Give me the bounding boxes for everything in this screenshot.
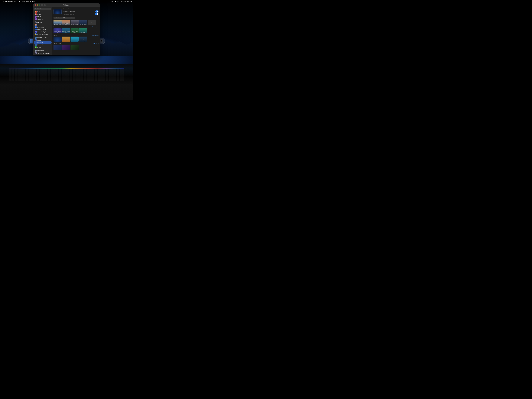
sidebar-item-screensaver[interactable]: ✦ Screen Saver <box>34 44 51 46</box>
add-folder-button[interactable]: Add Folder or Album <box>62 17 75 19</box>
section-earth: Earth Show All (22) Middle East ↓ North … <box>53 35 98 42</box>
nav-forward-button[interactable]: › <box>44 4 46 6</box>
sidebar-label-focus: Focus <box>37 16 41 17</box>
sidebar-label-sound: Sound <box>37 13 41 15</box>
menubar-edit[interactable]: Edit <box>18 0 20 2</box>
privacy-icon: 🔒 <box>35 33 37 35</box>
sidebar-item-displays[interactable]: ⬛ Displays <box>34 39 51 41</box>
menubar-right: 94% ▲ 🔍 Sat 11 Nov 10:08 PM <box>111 0 132 2</box>
thumb-caribbean[interactable]: Caribbean ↓ <box>70 37 79 42</box>
sidebar-item-wallpaper[interactable]: 🖼 Wallpaper <box>34 41 51 44</box>
section-header-shuffle: Shuffle Aerials Show All (2) <box>53 43 98 44</box>
accessibility-icon: ♿ <box>35 26 37 28</box>
menubar-search-icon[interactable]: 🔍 <box>117 0 119 2</box>
add-buttons-row: + Add Photo Add Folder or Album <box>53 17 98 19</box>
allspaces-toggle-label: Show on all Spaces <box>63 13 74 15</box>
screen-area: System Settings File Edit View Window He… <box>0 0 133 68</box>
thumb-london[interactable]: London Evening <box>70 20 79 25</box>
wallpaper-info: Middle East Show as screen saver Show on… <box>63 8 98 16</box>
wallpaper-selected-preview[interactable] <box>53 9 62 14</box>
traffic-lights <box>35 4 40 6</box>
main-content: Middle East Show as screen saver Show on… <box>52 7 100 55</box>
siri-icon: ◎ <box>35 31 37 33</box>
earth-grid: Middle East ↓ North Africa ↓ Caribbean ↓ <box>53 37 98 42</box>
keyboard-colorbar <box>9 68 124 69</box>
appearance-icon: 🎨 <box>35 24 37 26</box>
thumb-antarctica[interactable]: Antarctica's Southern Lights ↓ <box>79 37 87 42</box>
wallpaper-selected-name: Middle East <box>63 8 98 10</box>
keyboard-keys <box>9 68 124 81</box>
close-button[interactable] <box>35 4 36 6</box>
sidebar-item-sound[interactable]: 🔊 Sound <box>34 13 51 16</box>
sidebar-item-notifications[interactable]: 🔔 Notifications <box>34 11 51 13</box>
minimize-button[interactable] <box>37 4 38 6</box>
thumb-la[interactable]: Los Angeles Flyover ↓ <box>62 20 70 25</box>
thumb-antarctica-label: Antarctica's Southern Lights ↓ <box>79 39 87 41</box>
menubar-left: System Settings File Edit View Window He… <box>1 0 111 2</box>
thumb-kelp[interactable]: California Kelp Forest ↓ <box>70 28 79 33</box>
menubar-window[interactable]: Window <box>26 0 31 2</box>
section-header-underwater: Underwater Show All (21) <box>53 26 98 28</box>
section-title-shuffle: Shuffle Aerials <box>53 43 62 44</box>
window-titlebar: ‹ › Wallpaper <box>33 3 100 7</box>
thumb-more[interactable]: ··· <box>88 20 96 25</box>
sidebar-item-control[interactable]: ⊞ Control Centre <box>34 28 51 31</box>
sidebar-label-touchid: Touch ID & Password <box>37 52 50 54</box>
thumb-dolphin[interactable]: California Dolphin Pod ↓ <box>62 28 70 33</box>
thumb-shuffle2-image <box>62 45 70 50</box>
sidebar-item-focus[interactable]: 🌙 Focus <box>34 15 51 18</box>
menubar-file[interactable]: File <box>14 0 17 2</box>
thumb-tahoe[interactable]: Tahiti Coast ↓ <box>79 28 87 33</box>
screentime-icon: ⏱ <box>35 18 37 20</box>
section-title-earth: Earth <box>53 35 57 36</box>
sidebar-label-control: Control Centre <box>37 29 46 30</box>
menubar-app-name[interactable]: System Settings <box>3 0 13 2</box>
thumb-northafrica[interactable]: North Africa ↓ <box>62 37 70 42</box>
wallpaper-header: Middle East Show as screen saver Show on… <box>53 8 98 16</box>
settings-window: ‹ › Wallpaper 🔍 Search 🔔 Notifications 🔊 <box>33 3 100 55</box>
sidebar-item-accessibility[interactable]: ♿ Accessibility <box>34 26 51 28</box>
add-photo-button[interactable]: + Add Photo <box>53 17 62 19</box>
thumb-dubai[interactable]: Dubai Skyline ↓ <box>53 20 62 25</box>
sidebar-item-siri[interactable]: ◎ Siri & Spotlight <box>34 31 51 33</box>
sidebar-label-siri: Siri & Spotlight <box>37 31 46 33</box>
thumb-caribbean-label: Caribbean ↓ <box>70 40 79 41</box>
screensaver-toggle[interactable] <box>95 11 98 12</box>
sidebar-item-screentime[interactable]: ⏱ Screen Time <box>34 18 51 20</box>
sidebar-item-lockscreen[interactable]: 🔒 Lock Screen <box>34 49 51 52</box>
sidebar-item-general[interactable]: ⚙ General <box>34 21 51 24</box>
show-all-underwater[interactable]: Show All (21) <box>92 26 98 28</box>
sidebar-item-touchid[interactable]: ◉ Touch ID & Password <box>34 52 51 54</box>
desktop-icon: 🖥 <box>35 37 37 39</box>
sidebar-item-privacy[interactable]: 🔒 Privacy & Security <box>34 33 51 36</box>
thumb-middleeast[interactable]: Middle East ↓ <box>53 37 62 42</box>
maximize-button[interactable] <box>38 4 40 6</box>
sidebar-item-desktop[interactable]: 🖥 Desktop & Dock <box>34 37 51 39</box>
thumb-tahoe-label: Tahiti Coast ↓ <box>79 32 87 33</box>
trash-icon: 🗑 <box>99 39 103 43</box>
sidebar-item-appearance[interactable]: 🎨 Appearance <box>34 24 51 26</box>
menubar-help[interactable]: Help <box>32 0 35 2</box>
allspaces-toggle[interactable] <box>95 13 98 15</box>
sidebar-item-battery[interactable]: 🔋 Battery <box>34 46 51 49</box>
window-title: Wallpaper <box>63 4 70 6</box>
search-box[interactable]: 🔍 Search <box>34 8 51 10</box>
sidebar-label-lockscreen: Lock Screen <box>37 50 44 51</box>
sidebar-label-accessibility: Accessibility <box>37 27 44 28</box>
show-all-shuffle[interactable]: Show All (2) <box>92 43 98 44</box>
thumb-shuffle3[interactable] <box>70 45 79 50</box>
show-all-earth[interactable]: Show All (22) <box>92 35 98 36</box>
thumb-shuffle2[interactable] <box>62 45 70 50</box>
thumb-london-label: London Evening <box>70 24 79 25</box>
thumb-newyork[interactable]: New York Night ↓ <box>79 20 87 25</box>
thumb-shuffle1[interactable] <box>53 45 62 50</box>
menubar-view[interactable]: View <box>22 0 25 2</box>
sidebar-label-notifications: Notifications <box>37 11 44 12</box>
section-aerial: Dubai Skyline ↓ Los Angeles Flyover ↓ Lo… <box>53 20 98 25</box>
nav-back-button[interactable]: ‹ <box>41 4 43 6</box>
thumb-jellyfish[interactable]: Alaskan Jellyfish Light ↓ <box>53 28 62 33</box>
thumb-dubai-label: Dubai Skyline ↓ <box>53 24 62 25</box>
sidebar-label-desktop: Desktop & Dock <box>37 37 46 38</box>
search-input[interactable]: Search <box>37 8 41 9</box>
sidebar-label-screensaver: Screen Saver <box>37 44 45 46</box>
